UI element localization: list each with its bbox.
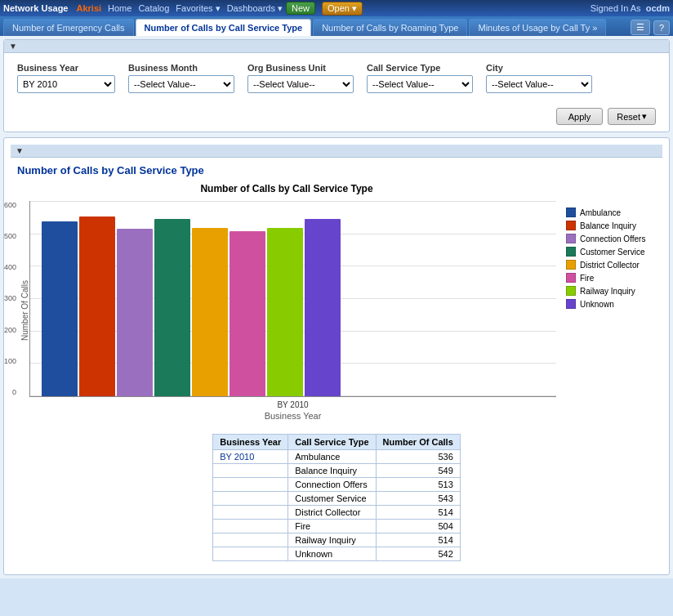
legend-item-connection-offers: Connection Offers [566, 234, 656, 243]
table-cell-calls: 536 [376, 450, 460, 464]
business-month-select[interactable]: --Select Value-- [128, 75, 234, 93]
logo: Akrisi [76, 3, 101, 13]
bars-group [33, 201, 349, 396]
legend-item-railway-inquiry: Railway Inquiry [566, 286, 656, 296]
business-year-select[interactable]: BY 2010 [17, 75, 115, 93]
new-button[interactable]: New [286, 2, 315, 15]
table-cell-year [213, 533, 288, 547]
legend-color [566, 286, 576, 296]
chart-inner: Number Of Calls [17, 201, 556, 421]
table-cell-year [213, 520, 288, 533]
legend-label: Balance Inquiry [580, 221, 636, 230]
table-cell-year [213, 478, 288, 492]
filter-toggle[interactable]: ▼ [4, 40, 669, 53]
tab-call-service-type[interactable]: Number of Calls by Call Service Type [136, 19, 312, 36]
tab-overflow: ☰ ? [631, 19, 670, 36]
city-select[interactable]: --Select Value-- [486, 75, 592, 93]
bar-customer-service [154, 219, 190, 396]
tab-list-button[interactable]: ☰ [631, 20, 650, 35]
bar-unknown [305, 219, 341, 396]
table-cell-type: Fire [288, 520, 376, 533]
table-cell-calls: 504 [376, 520, 460, 533]
table-cell-calls: 514 [376, 506, 460, 520]
table-header-year: Business Year [213, 435, 288, 450]
table-cell-type: Connection Offers [288, 478, 376, 492]
x-axis-title: Business Year [265, 411, 322, 421]
legend-label: Unknown [580, 300, 614, 309]
legend-color [566, 273, 576, 283]
reset-button[interactable]: Reset ▾ [608, 108, 656, 125]
open-button[interactable]: Open ▾ [322, 2, 363, 16]
filter-body: Business Year BY 2010 Business Month --S… [4, 53, 669, 103]
tab-minutes-usage[interactable]: Minutes of Usage by Call Ty » [469, 19, 606, 36]
table-cell-calls: 549 [376, 464, 460, 478]
bar-fire [230, 231, 265, 396]
chart-toggle[interactable]: ▼ [11, 145, 662, 158]
call-service-type-select[interactable]: --Select Value-- [367, 75, 473, 93]
table-cell-type: Unknown [288, 547, 376, 561]
table-cell-calls: 543 [376, 492, 460, 506]
tab-help-button[interactable]: ? [653, 20, 670, 35]
toggle-icon: ▼ [9, 42, 17, 51]
app-title: Network Usage [3, 3, 68, 13]
x-axis-area: BY 2010 Business Year [29, 400, 556, 421]
legend-color [566, 260, 576, 270]
nav-home[interactable]: Home [108, 3, 131, 14]
business-year-group: Business Year BY 2010 [17, 63, 115, 93]
data-table: Business Year Call Service Type Number O… [212, 434, 461, 561]
legend-label: Ambulance [580, 208, 621, 217]
table-row: Customer Service543 [213, 492, 461, 506]
table-cell-year [213, 464, 288, 478]
nav-dashboards[interactable]: Dashboards ▾ [227, 3, 283, 14]
chart-legend: AmbulanceBalance InquiryConnection Offer… [566, 183, 656, 309]
tab-roaming-type[interactable]: Number of Calls by Roaming Type [313, 19, 467, 36]
signed-in-label: Signed In As ocdm [591, 3, 670, 13]
nav-favorites[interactable]: Favorites ▾ [176, 3, 220, 14]
org-business-unit-group: Org Business Unit --Select Value-- [247, 63, 354, 93]
chart-plot: 600 500 400 300 200 100 0 [29, 201, 556, 421]
chart-title: Number of Calls by Call Service Type [200, 183, 372, 194]
city-group: City --Select Value-- [486, 63, 592, 93]
nav-catalog[interactable]: Catalog [138, 3, 169, 14]
table-row: District Collector514 [213, 506, 461, 520]
table-cell-year [213, 506, 288, 520]
legend-color [566, 208, 576, 217]
y-labels: 600 500 400 300 200 100 0 [4, 201, 16, 396]
table-cell-year [213, 492, 288, 506]
legend-color [566, 221, 576, 230]
legend-item-fire: Fire [566, 273, 656, 283]
business-month-label: Business Month [128, 63, 234, 73]
legend-color [566, 299, 576, 309]
table-row: BY 2010Ambulance536 [213, 450, 461, 464]
chart-container: Number of Calls by Call Service Type Num… [17, 183, 656, 421]
legend-item-unknown: Unknown [566, 299, 656, 309]
legend-label: Customer Service [580, 248, 644, 257]
tab-emergency-calls[interactable]: Number of Emergency Calls [3, 19, 134, 36]
org-business-unit-select[interactable]: --Select Value-- [247, 75, 354, 93]
table-cell-calls: 513 [376, 478, 460, 492]
bar-district-collector [192, 228, 228, 396]
table-row: Connection Offers513 [213, 478, 461, 492]
tab-bar: Number of Emergency Calls Number of Call… [0, 16, 673, 36]
legend-item-district-collector: District Collector [566, 260, 656, 270]
legend-color [566, 234, 576, 243]
top-nav: Network Usage Akrisi Home Catalog Favori… [0, 0, 673, 16]
table-cell-year: BY 2010 [213, 450, 288, 464]
legend-label: District Collector [580, 261, 640, 270]
nav-links: Home Catalog Favorites ▾ Dashboards ▾ [108, 3, 283, 14]
bar-ambulance [42, 221, 78, 396]
table-cell-year [213, 547, 288, 561]
legend-label: Connection Offers [580, 234, 645, 243]
legend-item-customer-service: Customer Service [566, 247, 656, 257]
table-row: Fire504 [213, 520, 461, 533]
call-service-type-group: Call Service Type --Select Value-- [367, 63, 473, 93]
call-service-type-label: Call Service Type [367, 63, 473, 73]
legend-label: Railway Inquiry [580, 287, 635, 296]
business-year-label: Business Year [17, 63, 115, 73]
bar-balance-inquiry [79, 216, 115, 396]
apply-button[interactable]: Apply [556, 108, 604, 125]
chart-grid: 600 500 400 300 200 100 0 [29, 201, 556, 397]
table-cell-type: Balance Inquiry [288, 464, 376, 478]
table-cell-calls: 542 [376, 547, 460, 561]
table-cell-type: Railway Inquiry [288, 533, 376, 547]
